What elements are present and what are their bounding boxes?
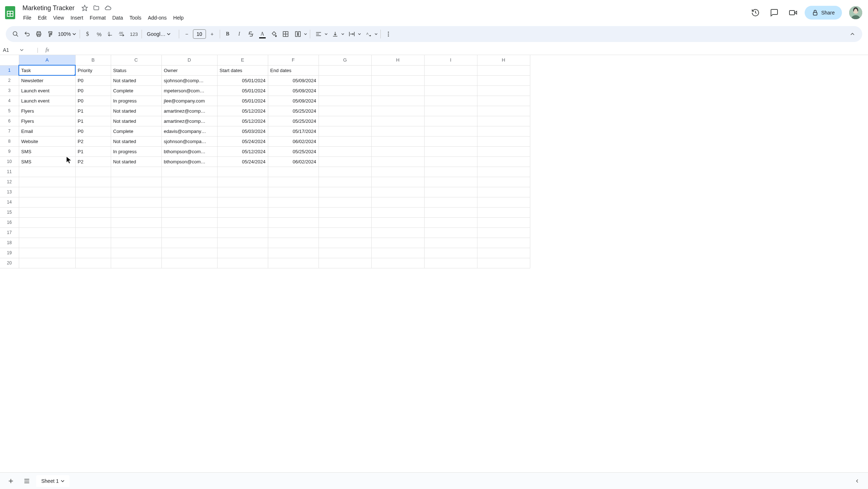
menu-insert[interactable]: Insert [68,13,86,22]
cell-G3[interactable] [319,85,371,96]
menu-view[interactable]: View [50,13,67,22]
column-header-G[interactable]: G [319,55,371,65]
cell-D2[interactable]: sjohnson@comp… [161,75,217,85]
cell-A7[interactable]: Email [19,126,75,136]
row-header-2[interactable]: 2 [0,75,19,85]
menu-file[interactable]: File [20,13,34,22]
cell-D1[interactable]: Owner [161,65,217,75]
cell-H15[interactable] [371,207,424,217]
cell-D17[interactable] [161,227,217,238]
cell-A3[interactable]: Launch event [19,85,75,96]
cell-A15[interactable] [19,207,75,217]
cell-H5[interactable] [477,106,530,116]
cell-B20[interactable] [75,258,111,268]
star-icon[interactable] [81,4,88,12]
cell-B10[interactable]: P2 [75,156,111,167]
cell-F8[interactable]: 06/02/2024 [268,136,319,146]
cell-H12[interactable] [371,177,424,187]
cell-G4[interactable] [319,96,371,106]
cell-I7[interactable] [424,126,477,136]
cell-B6[interactable]: P1 [75,116,111,126]
cell-B7[interactable]: P0 [75,126,111,136]
cell-C4[interactable]: In progress [111,96,161,106]
font-size-input[interactable] [193,29,206,39]
cell-D18[interactable] [161,238,217,248]
cell-H14[interactable] [371,197,424,207]
cell-E7[interactable]: 05/03/2024 [217,126,268,136]
cell-D10[interactable]: bthompson@com… [161,156,217,167]
cell-A5[interactable]: Flyers [19,106,75,116]
cell-A6[interactable]: Flyers [19,116,75,126]
cell-C13[interactable] [111,187,161,197]
cell-C15[interactable] [111,207,161,217]
cell-E16[interactable] [217,217,268,227]
menu-data[interactable]: Data [109,13,126,22]
cell-A16[interactable] [19,217,75,227]
spreadsheet-grid[interactable]: ABCDEFGHIH1TaskPriorityStatusOwnerStart … [0,55,868,472]
cell-C2[interactable]: Not started [111,75,161,85]
cell-D19[interactable] [161,248,217,258]
cell-H8[interactable] [477,136,530,146]
cell-E13[interactable] [217,187,268,197]
text-rotation-button[interactable]: A [362,29,378,39]
cell-C1[interactable]: Status [111,65,161,75]
cell-I2[interactable] [424,75,477,85]
cell-H18[interactable] [371,238,424,248]
cell-D20[interactable] [161,258,217,268]
cell-A14[interactable] [19,197,75,207]
cell-D11[interactable] [161,167,217,177]
cell-C19[interactable] [111,248,161,258]
column-header-F[interactable]: F [268,55,319,65]
cell-E9[interactable]: 05/12/2024 [217,146,268,156]
more-toolbar-icon[interactable] [383,29,394,39]
cell-E5[interactable]: 05/12/2024 [217,106,268,116]
row-header-16[interactable]: 16 [0,217,19,227]
menu-format[interactable]: Format [87,13,109,22]
text-color-icon[interactable]: A [257,29,268,39]
cell-B4[interactable]: P0 [75,96,111,106]
row-header-18[interactable]: 18 [0,238,19,248]
cell-F7[interactable]: 05/17/2024 [268,126,319,136]
cell-H20[interactable] [371,258,424,268]
cell-H2[interactable] [477,75,530,85]
fill-color-icon[interactable] [269,29,279,39]
cell-G7[interactable] [319,126,371,136]
cell-G1[interactable] [319,65,371,75]
cell-B15[interactable] [75,207,111,217]
cell-B19[interactable] [75,248,111,258]
row-header-3[interactable]: 3 [0,85,19,96]
cell-B17[interactable] [75,227,111,238]
cell-A19[interactable] [19,248,75,258]
cell-A11[interactable] [19,167,75,177]
increase-decimal-icon[interactable]: .00 [117,29,128,39]
cell-C3[interactable]: Complete [111,85,161,96]
cell-G5[interactable] [319,106,371,116]
cell-C6[interactable]: Not started [111,116,161,126]
cell-C8[interactable]: Not started [111,136,161,146]
cell-H18[interactable] [477,238,530,248]
cell-E3[interactable]: 05/01/2024 [217,85,268,96]
cell-I3[interactable] [424,85,477,96]
cell-G14[interactable] [319,197,371,207]
row-header-11[interactable]: 11 [0,167,19,177]
cell-H11[interactable] [477,167,530,177]
borders-icon[interactable] [280,29,291,39]
cell-B3[interactable]: P0 [75,85,111,96]
cell-B1[interactable]: Priority [75,65,111,75]
cell-B14[interactable] [75,197,111,207]
row-header-13[interactable]: 13 [0,187,19,197]
cell-C14[interactable] [111,197,161,207]
cell-H7[interactable] [371,126,424,136]
column-header-E[interactable]: E [217,55,268,65]
cell-H14[interactable] [477,197,530,207]
cell-G8[interactable] [319,136,371,146]
cell-I11[interactable] [424,167,477,177]
cell-H1[interactable] [371,65,424,75]
cell-A9[interactable]: SMS [19,146,75,156]
cell-G15[interactable] [319,207,371,217]
paint-format-icon[interactable] [45,29,56,39]
cell-E19[interactable] [217,248,268,258]
vertical-align-button[interactable] [329,29,345,39]
decrease-decimal-icon[interactable]: .0 [105,29,116,39]
cell-I15[interactable] [424,207,477,217]
